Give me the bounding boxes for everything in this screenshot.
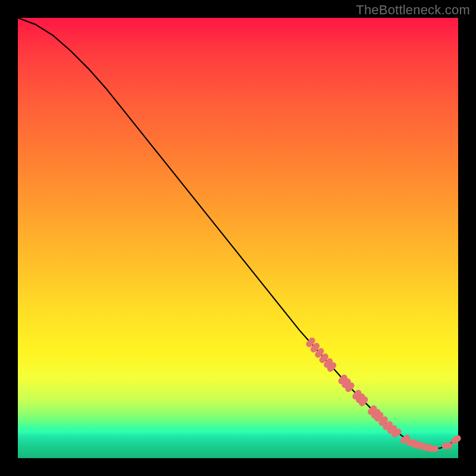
attribution-label: TheBottleneck.com (356, 2, 470, 18)
chart-markers (18, 18, 458, 458)
chart-plot-area (18, 18, 458, 458)
svg-rect-25 (441, 442, 453, 449)
data-marker (441, 442, 453, 449)
